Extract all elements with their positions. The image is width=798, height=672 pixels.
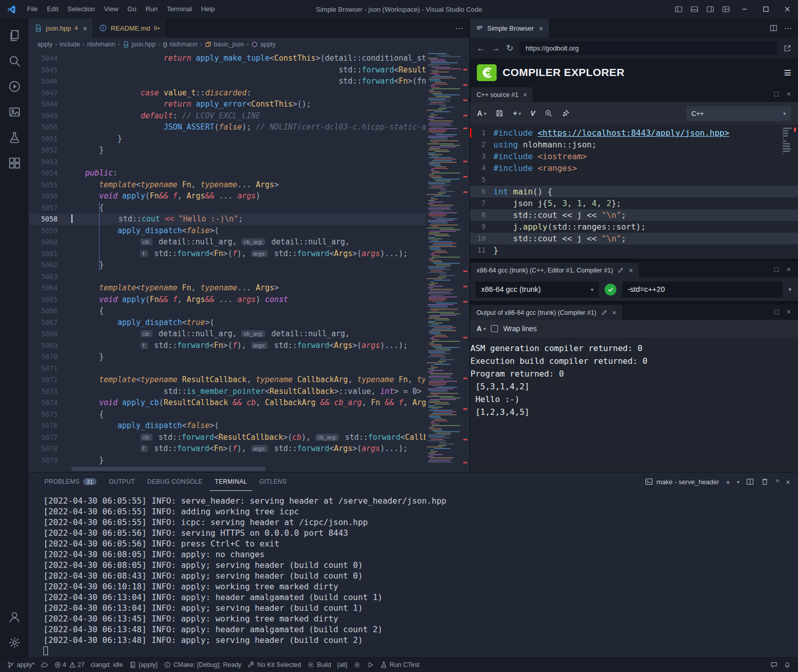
status-repo[interactable]: [apply] [126, 658, 161, 672]
font-size-button[interactable]: A▾ [477, 109, 486, 117]
breadcrumb-item[interactable]: {}nlohmann [163, 41, 197, 48]
toggle-primary-sidebar-icon[interactable] [670, 0, 686, 18]
activitybar-images[interactable] [2, 99, 27, 125]
menu-help[interactable]: Help [196, 0, 219, 18]
status-cmake-status[interactable]: CMake: [Debug]: Ready [161, 658, 244, 672]
menu-selection[interactable]: Selection [63, 0, 99, 18]
close-icon[interactable]: × [629, 266, 633, 275]
status-cmake-build[interactable]: Build [304, 658, 334, 672]
maximize-panel-icon[interactable]: ^ [776, 478, 779, 486]
ce-source-editor[interactable]: 1#include <https://localhost:8443/apply/… [470, 125, 798, 259]
close-icon[interactable]: × [612, 309, 616, 317]
split-terminal-icon[interactable] [746, 478, 754, 486]
menu-run[interactable]: Run [141, 0, 162, 18]
close-tab-icon[interactable]: × [539, 24, 543, 33]
url-input[interactable]: https://godbolt.org [519, 41, 777, 55]
panel-tab-terminal[interactable]: TERMINAL [210, 472, 252, 491]
vim-mode-button[interactable]: V [530, 109, 535, 117]
browser-more-actions-icon[interactable]: ⋯ [784, 23, 792, 33]
forward-button[interactable]: → [491, 44, 500, 53]
status-branch[interactable]: apply* [4, 658, 38, 672]
status-notifications[interactable] [781, 661, 794, 668]
split-editor-icon[interactable] [769, 24, 778, 32]
status-cmake-kit[interactable]: No Kit Selected [244, 658, 304, 672]
simple-browser-tab[interactable]: Simple Browser × [470, 18, 550, 38]
breadcrumb-item[interactable]: nlohmann [87, 41, 115, 48]
toggle-secondary-sidebar-icon[interactable] [702, 0, 718, 18]
save-icon[interactable] [495, 109, 504, 117]
menu-view[interactable]: View [99, 0, 123, 18]
activitybar-testing[interactable] [2, 125, 27, 150]
status-clangd[interactable]: clangd: idle [88, 658, 126, 672]
source-pane-tab[interactable]: C++ source #1 × [471, 87, 533, 102]
breadcrumb-item[interactable]: include [60, 41, 80, 48]
options-dropdown-icon[interactable]: ▾ [788, 286, 792, 293]
breadcrumb-item[interactable]: apply [37, 41, 53, 48]
reload-button[interactable]: ↻ [506, 44, 513, 53]
breadcrumb-item[interactable]: apply [251, 41, 276, 48]
maximize-pane-icon[interactable]: □ [774, 308, 778, 316]
menu-file[interactable]: File [22, 0, 42, 18]
editor-tab-README.md[interactable]: README.md9+ [93, 18, 166, 38]
close-tab-icon[interactable]: × [83, 24, 87, 33]
status-problems[interactable]: 427 [51, 658, 88, 672]
open-external-icon[interactable] [783, 44, 791, 53]
editor-more-actions-icon[interactable]: ⋯ [455, 23, 463, 33]
menu-edit[interactable]: Edit [42, 0, 63, 18]
customize-layout-icon[interactable] [718, 0, 734, 18]
rename-pane-icon[interactable] [601, 309, 608, 316]
output-pane-tab[interactable]: Output of x86-64 gcc (trunk) (Compiler #… [471, 305, 622, 320]
back-button[interactable]: ← [477, 44, 485, 53]
close-pane-icon[interactable]: × [787, 265, 791, 273]
activitybar-account[interactable] [2, 604, 27, 630]
kill-terminal-icon[interactable] [761, 478, 769, 486]
terminal-dropdown-icon[interactable]: ▾ [737, 479, 739, 485]
status-cmake-target[interactable]: [all] [334, 658, 350, 672]
status-debug-target[interactable] [351, 658, 364, 672]
font-size-button[interactable]: A▾ [477, 325, 486, 333]
close-panel-icon[interactable]: × [786, 478, 790, 486]
panel-tab-gitlens[interactable]: GITLENS [254, 472, 291, 491]
terminal-output[interactable]: [2022-04-30 06:05:55] INFO: serve_header… [29, 491, 798, 657]
compiler-pane-tab[interactable]: x86-64 gcc (trunk) (C++, Editor #1, Comp… [471, 263, 639, 278]
terminal-select[interactable]: make - serve_header [645, 478, 719, 486]
status-publish[interactable] [38, 658, 51, 672]
editor-tab-json.hpp[interactable]: json.hpp4× [29, 18, 93, 38]
maximize-pane-icon[interactable]: □ [774, 90, 778, 98]
breadcrumb-item[interactable]: basic_json [205, 41, 244, 48]
status-launch[interactable] [364, 658, 377, 672]
horizontal-scrollbar[interactable] [71, 467, 265, 471]
panel-tab-problems[interactable]: PROBLEMS31 [39, 472, 102, 491]
panel-tab-output[interactable]: OUTPUT [104, 472, 140, 491]
zoom-icon[interactable] [544, 109, 553, 117]
add-pane-button[interactable]: +▾ [513, 109, 521, 117]
menu-go[interactable]: Go [123, 0, 141, 18]
maximize-button[interactable] [755, 0, 777, 18]
language-select[interactable]: C++ ▾ [686, 106, 791, 121]
pin-icon[interactable] [562, 109, 570, 117]
rename-pane-icon[interactable] [617, 267, 624, 273]
menu-terminal[interactable]: Terminal [162, 0, 196, 18]
activitybar-debug[interactable] [2, 73, 27, 99]
panel-tab-debug-console[interactable]: DEBUG CONSOLE [142, 472, 208, 491]
activitybar-explorer[interactable] [2, 22, 27, 48]
activitybar-extensions[interactable] [2, 150, 27, 176]
activitybar-search[interactable] [2, 48, 27, 73]
status-feedback[interactable] [767, 661, 781, 668]
toggle-panel-icon[interactable] [686, 0, 702, 18]
maximize-pane-icon[interactable]: □ [774, 265, 778, 273]
close-pane-icon[interactable]: × [787, 90, 791, 98]
close-window-button[interactable] [777, 0, 798, 18]
close-icon[interactable]: × [523, 91, 527, 99]
compiler-options-input[interactable]: -std=c++20 [622, 282, 783, 297]
code-editor[interactable]: 5044 return apply_make_tuple<ConstThis>(… [29, 51, 469, 472]
breadcrumb-item[interactable]: json.hpp [122, 41, 156, 48]
minimap[interactable] [426, 51, 461, 472]
wrap-lines-checkbox[interactable] [491, 325, 498, 332]
compiler-select[interactable]: x86-64 gcc (trunk) ▾ [476, 282, 599, 297]
minimize-button[interactable] [734, 0, 755, 18]
new-terminal-icon[interactable]: + [726, 478, 730, 486]
close-pane-icon[interactable]: × [787, 308, 791, 316]
status-ctest[interactable]: Run CTest [377, 658, 422, 672]
activitybar-settings[interactable] [2, 630, 27, 655]
